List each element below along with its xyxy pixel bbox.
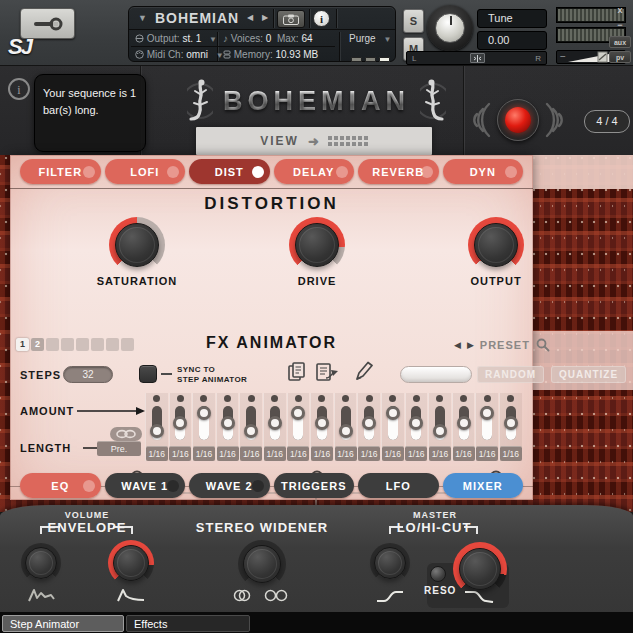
minimize-icon[interactable]: − [611,20,629,30]
info-button[interactable]: i [313,10,330,27]
purge-menu[interactable]: Purge ▼ [349,33,391,49]
steps-value[interactable]: 32 [63,366,113,383]
length-value-16[interactable]: 1/16 [500,446,522,461]
quantize-button[interactable]: QUANTIZE [551,366,626,383]
link-chain-icon[interactable] [110,427,142,441]
lo-cut-knob[interactable] [370,543,410,583]
amount-handle[interactable] [244,424,258,438]
length-value-6[interactable]: 1/16 [264,446,286,461]
edit-pencil-icon[interactable] [353,361,373,383]
tune-value-box[interactable]: 0.00 [477,31,547,50]
amount-slider[interactable] [388,406,398,440]
amount-handle[interactable] [433,424,447,438]
mono-icon[interactable] [232,589,252,602]
envelope-release-knob[interactable] [108,540,154,586]
envelope-attack-knob[interactable] [21,543,61,583]
amount-slider[interactable] [152,406,162,440]
sequence-trigger-button[interactable] [497,99,539,141]
hi-cut-knob[interactable] [453,542,507,596]
stereo-icon[interactable] [264,589,288,602]
length-value-13[interactable]: 1/16 [429,446,451,461]
fx-tab-lfo[interactable]: LFO [358,473,439,498]
tune-knob[interactable] [427,5,473,51]
amount-handle[interactable] [173,416,187,430]
max-value[interactable]: 64 [301,33,312,44]
amount-handle[interactable] [362,416,376,430]
paste-icon[interactable] [316,362,340,384]
knob-drive[interactable] [289,217,345,273]
amount-slider[interactable] [341,406,351,440]
length-value-1[interactable]: 1/16 [146,446,168,461]
amount-handle[interactable] [268,416,282,430]
search-icon[interactable] [536,338,550,352]
snapshot-button[interactable] [277,10,305,28]
length-value-3[interactable]: 1/16 [193,446,215,461]
amount-handle[interactable] [457,416,471,430]
view-selector-bar[interactable]: VIEW ➜ [196,127,432,155]
fx-tab-delay[interactable]: DELAY [274,159,355,184]
fx-tab-wave-1[interactable]: WAVE 1 [105,473,186,498]
solo-button[interactable]: S [403,9,424,33]
amount-handle[interactable] [339,424,353,438]
sync-toggle[interactable] [139,365,157,383]
reso-knob[interactable] [430,566,446,582]
tab-effects[interactable]: Effects [126,615,250,632]
amount-handle[interactable] [150,424,164,438]
length-value-10[interactable]: 1/16 [358,446,380,461]
amount-handle[interactable] [221,416,235,430]
stereo-widener-knob[interactable] [238,540,286,588]
length-value-15[interactable]: 1/16 [476,446,498,461]
midi-channel-select[interactable]: Midi Ch: omni ▼ [135,49,224,65]
length-value-12[interactable]: 1/16 [405,446,427,461]
close-icon[interactable]: x [611,5,629,15]
fx-tab-filter[interactable]: FILTER [20,159,101,184]
amount-slider[interactable] [459,406,469,440]
next-instrument-arrow[interactable]: ▶ [262,13,268,22]
tab-step-animator[interactable]: Step Animator [2,615,124,632]
fx-tab-wave-2[interactable]: WAVE 2 [189,473,270,498]
amount-handle[interactable] [409,416,423,430]
pan-handle[interactable] [470,53,485,63]
preset-next-arrow[interactable]: ▶ [467,340,474,350]
copy-icon[interactable] [288,362,306,384]
length-value-9[interactable]: 1/16 [335,446,357,461]
length-value-11[interactable]: 1/16 [382,446,404,461]
volume-minus[interactable]: − [560,51,566,62]
length-value-4[interactable]: 1/16 [217,446,239,461]
random-button[interactable]: RANDOM [477,366,544,383]
amount-slider[interactable] [270,406,280,440]
preset-name-field[interactable] [400,366,472,383]
amount-handle[interactable] [291,406,305,420]
length-value-7[interactable]: 1/16 [287,446,309,461]
fx-tab-dist[interactable]: DIST [189,159,270,184]
pre-length-button[interactable]: Pre. [97,441,141,456]
amount-slider[interactable] [364,406,374,440]
amount-handle[interactable] [480,406,494,420]
amount-handle[interactable] [386,406,400,420]
prev-instrument-arrow[interactable]: ◀ [247,13,253,22]
amount-slider[interactable] [175,406,185,440]
amount-slider[interactable] [223,406,233,440]
fx-tab-reverb[interactable]: REVERB [358,159,439,184]
amount-slider[interactable] [293,406,303,440]
time-signature-badge[interactable]: 4 / 4 [584,110,630,133]
aux-button[interactable]: aux [609,36,631,48]
length-value-14[interactable]: 1/16 [453,446,475,461]
fx-tab-mixer[interactable]: MIXER [443,473,524,498]
instrument-dropdown-caret[interactable]: ▼ [138,13,147,23]
output-select[interactable]: Output: st. 1 ▼ [135,33,217,49]
amount-slider[interactable] [482,406,492,440]
pv-button[interactable]: pv [609,51,631,63]
preset-prev-arrow[interactable]: ◀ [454,340,461,350]
amount-handle[interactable] [315,416,329,430]
knob-saturation[interactable] [109,217,165,273]
length-value-5[interactable]: 1/16 [240,446,262,461]
pan-slider[interactable]: L R [406,51,547,65]
amount-slider[interactable] [246,406,256,440]
fx-tab-triggers[interactable]: TRIGGERS [274,473,355,498]
amount-handle[interactable] [504,416,518,430]
amount-slider[interactable] [435,406,445,440]
amount-slider[interactable] [317,406,327,440]
fx-tab-eq[interactable]: EQ [20,473,101,498]
amount-handle[interactable] [197,406,211,420]
